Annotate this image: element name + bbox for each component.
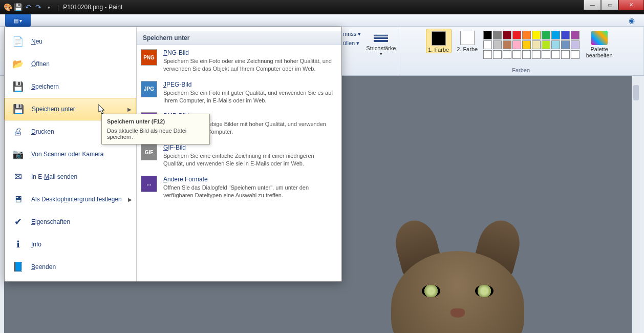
color-swatch[interactable] xyxy=(493,50,502,59)
color-swatch[interactable] xyxy=(522,40,531,49)
format-desc: Öffnen Sie das Dialogfeld "Speichern unt… xyxy=(163,184,335,199)
menu-item-mail[interactable]: ✉In E-Mail senden xyxy=(5,165,136,188)
color-swatch[interactable] xyxy=(522,31,531,39)
color-swatch[interactable] xyxy=(551,31,560,39)
tooltip-title: Speichern unter (F12) xyxy=(107,118,204,124)
menu-item-label: Neu xyxy=(31,38,42,45)
mail-icon: ✉ xyxy=(12,171,24,183)
colors-group: 1. Farbe 2. Farbe Palette bearbeiten Far… xyxy=(398,27,644,75)
fill-dropdown-partial[interactable]: üllen ▾ xyxy=(343,40,359,46)
stroke-width-button[interactable]: Strichstärke ▾ xyxy=(368,29,394,56)
color1-button[interactable]: 1. Farbe xyxy=(426,29,452,53)
tooltip: Speichern unter (F12) Das aktuelle Bild … xyxy=(101,114,210,144)
file-menu-left: 📄Neu📂Öffnen💾Speichern💾Speichern unter▶🖨D… xyxy=(5,27,137,281)
scroll-thumb[interactable] xyxy=(633,85,639,100)
tooltip-body: Das aktuelle Bild als neue Datei speiche… xyxy=(107,128,204,140)
print-icon: 🖨 xyxy=(12,126,24,138)
color-swatch[interactable] xyxy=(493,40,502,49)
qat-save-icon[interactable]: 💾 xyxy=(13,3,23,12)
edit-palette-button[interactable]: Palette bearbeiten xyxy=(583,29,616,58)
color-swatch[interactable] xyxy=(522,50,531,59)
color-swatch[interactable] xyxy=(532,50,541,59)
scanner-icon: 📷 xyxy=(12,148,24,160)
menu-item-label: Als Desktophintergrund festlegen xyxy=(31,196,122,203)
submenu-arrow-icon: ▶ xyxy=(128,197,132,202)
menu-item-desktop[interactable]: 🖥Als Desktophintergrund festlegen▶ xyxy=(5,188,136,211)
submenu-header: Speichern unter xyxy=(137,31,341,45)
vertical-scrollbar[interactable] xyxy=(632,76,640,333)
minimize-button[interactable]: — xyxy=(584,0,601,10)
menu-item-label: Drucken xyxy=(31,128,54,135)
color-swatch[interactable] xyxy=(571,31,579,39)
menu-item-exit[interactable]: 📘Beenden xyxy=(5,256,136,278)
menu-item-label: Info xyxy=(31,241,41,248)
color-swatch[interactable] xyxy=(542,31,550,39)
color-swatch[interactable] xyxy=(503,50,511,59)
desktop-icon: 🖥 xyxy=(12,193,24,205)
submenu-arrow-icon: ▶ xyxy=(127,107,132,112)
save-icon: 💾 xyxy=(12,80,24,93)
window-title: P1010208.png - Paint xyxy=(63,4,122,11)
color-swatch[interactable] xyxy=(551,50,560,59)
format-icon: PNG xyxy=(141,49,157,66)
color-swatch[interactable] xyxy=(483,31,492,39)
close-button[interactable]: ✕ xyxy=(618,0,644,10)
color-swatch[interactable] xyxy=(532,31,541,39)
format-item[interactable]: …Andere FormateÖffnen Sie das Dialogfeld… xyxy=(137,172,341,203)
color-swatch[interactable] xyxy=(571,50,579,59)
format-title: Andere Formate xyxy=(163,176,335,183)
format-desc: Speichern Sie ein Foto mit guter Qualitä… xyxy=(163,89,335,105)
palette-icon xyxy=(591,31,608,45)
color-swatch[interactable] xyxy=(503,40,511,49)
file-tab[interactable]: ▤ ▾ xyxy=(5,14,31,27)
menu-item-scanner[interactable]: 📷Von Scanner oder Kamera xyxy=(5,143,136,165)
image-content xyxy=(335,149,570,333)
menu-item-open[interactable]: 📂Öffnen xyxy=(5,53,136,75)
color-swatch[interactable] xyxy=(512,50,521,59)
menu-item-save[interactable]: 💾Speichern xyxy=(5,75,136,98)
colors-group-label: Farben xyxy=(398,67,643,73)
color-swatch[interactable] xyxy=(561,40,570,49)
info-icon: ℹ xyxy=(12,238,24,251)
outline-dropdown-partial[interactable]: mriss ▾ xyxy=(343,31,361,37)
color-swatch[interactable] xyxy=(551,40,560,49)
color-swatch[interactable] xyxy=(561,50,570,59)
format-item[interactable]: JPGJPEG-BildSpeichern Sie ein Foto mit g… xyxy=(137,77,341,109)
format-item[interactable]: PNGPNG-BildSpeichern Sie ein Foto oder e… xyxy=(137,45,341,77)
props-icon: ✔ xyxy=(12,216,24,228)
titlebar: 🎨 💾 ↶ ↷ ▾ | P1010208.png - Paint — ▭ ✕ xyxy=(0,0,644,14)
menu-item-props[interactable]: ✔Eigenschaften xyxy=(5,211,136,233)
menu-item-new[interactable]: 📄Neu xyxy=(5,30,136,53)
color-swatch[interactable] xyxy=(483,50,492,59)
maximize-button[interactable]: ▭ xyxy=(601,0,618,10)
stroke-width-group: Strichstärke ▾ xyxy=(364,27,398,75)
color-swatch[interactable] xyxy=(542,50,550,59)
color1-swatch xyxy=(432,31,446,46)
format-title: GIF-Bild xyxy=(163,144,335,151)
file-menu-submenu: Speichern unter PNGPNG-BildSpeichern Sie… xyxy=(137,27,341,281)
menu-item-label: Von Scanner oder Kamera xyxy=(31,151,103,158)
color-swatch[interactable] xyxy=(571,40,579,49)
ribbon-tabs: ▤ ▾ ◉ xyxy=(0,14,644,27)
color-swatch[interactable] xyxy=(542,40,550,49)
qat-redo-icon[interactable]: ↷ xyxy=(34,3,43,12)
color-swatch[interactable] xyxy=(532,40,541,49)
qat-undo-icon[interactable]: ↶ xyxy=(24,3,33,12)
color2-button[interactable]: 2. Farbe xyxy=(455,29,480,52)
format-item[interactable]: GIFGIF-BildSpeichern Sie eine einfache Z… xyxy=(137,140,341,172)
color-swatch[interactable] xyxy=(512,40,521,49)
format-icon: JPG xyxy=(141,81,157,97)
qat-customize-icon[interactable]: ▾ xyxy=(44,3,53,12)
help-icon[interactable]: ◉ xyxy=(626,14,638,26)
color-swatch[interactable] xyxy=(493,31,502,39)
color-swatch[interactable] xyxy=(512,31,521,39)
saveas-icon: 💾 xyxy=(12,103,25,115)
color-swatch[interactable] xyxy=(561,31,570,39)
color-swatch[interactable] xyxy=(503,31,511,39)
color-swatch[interactable] xyxy=(483,40,492,49)
exit-icon: 📘 xyxy=(12,261,24,273)
format-title: PNG-Bild xyxy=(163,49,335,56)
color-swatch-grid xyxy=(483,29,579,59)
menu-item-info[interactable]: ℹInfo xyxy=(5,233,136,256)
new-icon: 📄 xyxy=(12,35,24,48)
